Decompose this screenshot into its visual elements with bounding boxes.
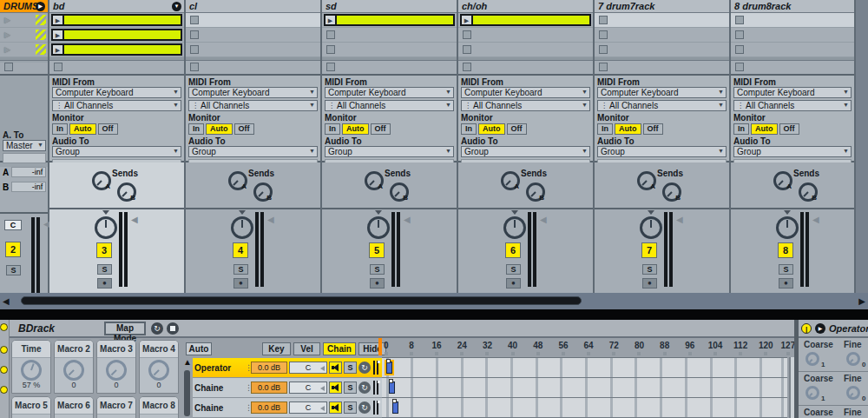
chain-volume[interactable]: 0.0 dB xyxy=(251,382,287,394)
audio-to-dropdown[interactable]: Group ▼ xyxy=(325,146,454,157)
pan-knob[interactable] xyxy=(776,216,799,239)
clip-body[interactable] xyxy=(64,16,181,24)
midi-from-dropdown[interactable]: Computer Keyboard ▼ xyxy=(52,87,181,98)
chain-solo-button[interactable]: S xyxy=(344,401,357,414)
pan-knob[interactable] xyxy=(231,216,253,239)
volume-handle-icon[interactable]: ◀ xyxy=(131,216,138,224)
clip-play-icon[interactable]: ▶ xyxy=(53,30,64,39)
coarse-knob[interactable] xyxy=(806,386,819,400)
chain-row[interactable]: Operator ⋮⋮ 0.0 dB C S ↻ xyxy=(193,358,382,378)
zone-row[interactable] xyxy=(382,378,787,398)
track-solo-button[interactable]: S xyxy=(642,264,657,275)
midi-channel-dropdown[interactable]: ⋮ All Channels ▼ xyxy=(52,100,181,111)
clip-play-icon[interactable]: ▶ xyxy=(53,16,64,24)
track-stop-slot[interactable] xyxy=(49,63,184,76)
clip-stop-icon[interactable] xyxy=(735,45,744,54)
clip-slot[interactable]: ▶ xyxy=(458,13,593,28)
map-mode-button[interactable]: Map Mode xyxy=(104,322,146,335)
rack-macro-toggle-icon[interactable] xyxy=(0,323,8,331)
clip-play-icon[interactable]: ▶ xyxy=(326,16,337,24)
macro-cell[interactable]: Macro 3 0 xyxy=(96,340,136,394)
group-stop-slot[interactable] xyxy=(0,63,48,76)
midi-channel-dropdown[interactable]: ⋮ All Channels ▼ xyxy=(188,100,318,111)
macro-cell[interactable]: Macro 7 xyxy=(96,396,136,418)
clip[interactable]: ▶ xyxy=(51,43,182,56)
track-header[interactable]: sd ▼ xyxy=(322,0,457,13)
clip-slot[interactable]: ▶ xyxy=(186,43,320,57)
clip-slot[interactable]: ▶ xyxy=(458,43,593,57)
monitor-in-button[interactable]: In xyxy=(325,123,340,135)
vel-zones-button[interactable]: Vel xyxy=(293,342,320,355)
track-activator[interactable]: 3 xyxy=(96,242,112,258)
clip-slot[interactable]: ▶ xyxy=(322,13,457,28)
midi-channel-dropdown[interactable]: ⋮ All Channels ▼ xyxy=(733,100,852,111)
send-a-knob[interactable]: A xyxy=(228,171,247,190)
chain-pan[interactable]: C xyxy=(289,401,327,414)
volume-handle-icon[interactable]: ◀ xyxy=(812,216,819,224)
clip-slot[interactable]: ▶ xyxy=(731,13,854,28)
clip-slot[interactable]: ▶ xyxy=(595,28,729,43)
macro-knob[interactable] xyxy=(106,360,127,381)
volume-handle-icon[interactable]: ◀ xyxy=(404,216,411,224)
clip-play-icon[interactable]: ▶ xyxy=(53,45,64,54)
drag-handle-icon[interactable]: ⋮⋮ xyxy=(245,404,249,412)
chain-solo-button[interactable]: S xyxy=(344,362,357,374)
monitor-in-button[interactable]: In xyxy=(733,123,749,135)
stop-button-icon[interactable] xyxy=(735,63,744,71)
monitor-auto-button[interactable]: Auto xyxy=(751,123,778,135)
track-arm-button[interactable]: ● xyxy=(370,278,385,289)
track-solo-button[interactable]: S xyxy=(233,264,248,275)
clip-slot[interactable]: ▶ xyxy=(731,28,854,43)
clip-stop-icon[interactable] xyxy=(599,16,608,24)
clip-stop-icon[interactable] xyxy=(463,30,471,39)
monitor-auto-button[interactable]: Auto xyxy=(206,123,233,135)
monitor-off-button[interactable]: Off xyxy=(643,123,663,135)
macro-cell[interactable]: Macro 5 xyxy=(11,396,51,418)
send-b-knob[interactable]: B xyxy=(253,182,273,202)
send-a-value[interactable]: -inf xyxy=(11,167,46,177)
track-arm-button[interactable]: ● xyxy=(97,278,112,289)
clip-play-icon[interactable]: ▶ xyxy=(462,16,473,24)
clip-slot[interactable]: ▶ xyxy=(322,43,457,57)
clip-stop-icon[interactable] xyxy=(599,30,608,39)
chain-activator-button[interactable] xyxy=(329,362,342,374)
monitor-off-button[interactable]: Off xyxy=(507,123,527,135)
group-scene-slot[interactable]: ▶ xyxy=(0,28,48,43)
monitor-in-button[interactable]: In xyxy=(597,123,613,135)
clip-stop-icon[interactable] xyxy=(735,30,744,39)
clip-slot[interactable]: ▶ xyxy=(186,13,320,28)
track-activator[interactable]: 6 xyxy=(505,242,521,258)
chain-name[interactable]: Operator xyxy=(194,363,243,373)
macro-knob[interactable] xyxy=(63,360,84,381)
scene-play-icon[interactable]: ▶ xyxy=(4,45,10,55)
midi-from-dropdown[interactable]: Computer Keyboard ▼ xyxy=(597,87,727,98)
monitor-auto-button[interactable]: Auto xyxy=(615,123,641,135)
midi-from-dropdown[interactable]: Computer Keyboard ▼ xyxy=(188,87,318,98)
volume-handle-icon[interactable]: ◀ xyxy=(676,216,683,224)
stop-button-icon[interactable] xyxy=(4,63,13,71)
monitor-off-button[interactable]: Off xyxy=(371,123,391,135)
monitor-auto-button[interactable]: Auto xyxy=(342,123,369,135)
pan-knob[interactable] xyxy=(640,216,662,239)
zone-row[interactable] xyxy=(382,358,787,378)
track-activator[interactable]: 8 xyxy=(778,242,793,258)
chain-list-scrollbar[interactable]: ▲ xyxy=(182,358,193,418)
operator-title-bar[interactable]: | ▶ Operator xyxy=(799,320,868,338)
rack-chainlist-toggle-icon[interactable] xyxy=(0,346,8,354)
device-fold-icon[interactable]: ▶ xyxy=(815,323,825,334)
key-zone-block[interactable] xyxy=(389,382,395,394)
track-header[interactable]: bd ▼ xyxy=(49,0,184,13)
clip-slot[interactable]: ▶ xyxy=(186,28,320,43)
stop-button-icon[interactable] xyxy=(326,63,335,71)
monitor-auto-button[interactable]: Auto xyxy=(69,123,96,135)
chain-hot-swap-icon[interactable]: ↻ xyxy=(358,362,371,374)
group-track-activator[interactable]: 2 xyxy=(5,242,21,257)
macro-knob[interactable] xyxy=(148,360,169,381)
midi-from-dropdown[interactable]: Computer Keyboard ▼ xyxy=(325,87,454,98)
chain-scroll-thumb[interactable] xyxy=(184,370,190,416)
chain-hot-swap-icon[interactable]: ↻ xyxy=(358,401,371,414)
monitor-in-button[interactable]: In xyxy=(461,123,477,135)
stop-button-icon[interactable] xyxy=(463,63,471,71)
send-a-knob[interactable]: A xyxy=(637,171,656,190)
track-activator[interactable]: 5 xyxy=(369,242,385,258)
